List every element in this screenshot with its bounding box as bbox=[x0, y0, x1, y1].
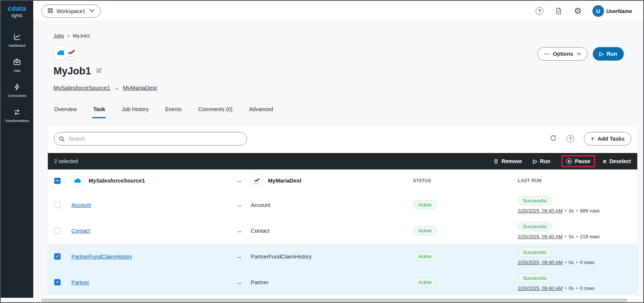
pause-icon bbox=[566, 158, 572, 164]
salesforce-icon bbox=[71, 175, 83, 187]
arrow-right-icon: → bbox=[236, 279, 251, 286]
tab-advanced[interactable]: Advanced bbox=[248, 106, 274, 118]
row-count: 219 rows bbox=[580, 234, 600, 239]
mariadb-label: MariaDB bbox=[68, 55, 74, 57]
scrollbar-thumb[interactable] bbox=[41, 299, 628, 302]
help-icon-small[interactable]: ? bbox=[567, 135, 574, 143]
dest-connection-link[interactable]: MyMariaDest bbox=[123, 85, 157, 91]
app-window: cdata sync Dashboard Jobs Connections bbox=[0, 0, 644, 303]
result-badge: Successful bbox=[518, 222, 552, 231]
last-run-details: 2/20/2025, 09:40 AM • 3s • 889 rows bbox=[518, 208, 631, 214]
workspace-selector[interactable]: Workspace1 bbox=[41, 4, 101, 18]
task-dest-name: Partner bbox=[251, 279, 413, 285]
task-source-link[interactable]: Partner bbox=[71, 279, 89, 285]
source-connection-name: MySalesforceSource1 bbox=[89, 178, 145, 184]
username-label: UserName bbox=[606, 8, 632, 14]
last-run-column-header: LAST RUN bbox=[518, 178, 631, 183]
trash-icon bbox=[493, 158, 499, 164]
sidebar: cdata sync Dashboard Jobs Connections bbox=[1, 1, 33, 302]
sidebar-item-dashboard[interactable]: Dashboard bbox=[9, 33, 25, 48]
arrow-right-icon: → bbox=[236, 227, 251, 235]
grid-icon bbox=[47, 8, 53, 15]
app-logo: cdata sync bbox=[8, 1, 27, 22]
duration: 3s bbox=[569, 208, 574, 214]
tab-events[interactable]: Events bbox=[164, 106, 182, 118]
source-connection-link[interactable]: MySalesforceSource1 bbox=[53, 85, 110, 91]
logo-cdata: cdata bbox=[8, 5, 27, 12]
arrow-right-icon: → bbox=[114, 85, 120, 91]
sidebar-item-jobs[interactable]: Jobs bbox=[13, 58, 21, 73]
row-count: 889 rows bbox=[580, 208, 600, 214]
plus-icon: + bbox=[591, 135, 595, 143]
swap-arrows-icon bbox=[13, 108, 21, 117]
toolbar-right: ? + Add Tasks bbox=[549, 132, 631, 146]
result-badge: Successful bbox=[518, 248, 552, 257]
task-dest-name: PartnerFundClaimHistory bbox=[251, 254, 413, 260]
document-icon[interactable] bbox=[554, 7, 563, 16]
options-button[interactable]: ⋯ Options bbox=[537, 47, 587, 61]
select-all-checkbox[interactable] bbox=[54, 178, 61, 184]
result-badge: Successful bbox=[518, 196, 552, 205]
breadcrumb-jobs-link[interactable]: Jobs bbox=[53, 33, 64, 39]
table-row: Account → Account Active Successful 2/20… bbox=[48, 192, 637, 218]
lightning-bolt-icon bbox=[13, 83, 21, 92]
play-icon: ▷ bbox=[600, 51, 604, 57]
arrow-right-icon: → bbox=[236, 201, 251, 209]
sidebar-item-connections[interactable]: Connections bbox=[7, 83, 26, 98]
task-dest-name: Account bbox=[251, 202, 413, 208]
task-source-link[interactable]: Account bbox=[71, 202, 91, 208]
remove-action[interactable]: Remove bbox=[493, 158, 522, 164]
refresh-icon[interactable] bbox=[549, 134, 557, 143]
task-source-link[interactable]: PartnerFundClaimHistory bbox=[71, 254, 132, 260]
user-menu[interactable]: U UserName bbox=[592, 5, 632, 17]
last-run-details: 2/20/2025, 09:40 AM • 0s • 0 rows bbox=[518, 260, 631, 265]
play-icon: ▷ bbox=[533, 158, 537, 165]
run-action[interactable]: ▷ Run bbox=[533, 158, 550, 165]
arrow-right-icon: → bbox=[236, 177, 251, 184]
dest-connection-name: MyMariaDest bbox=[268, 178, 301, 184]
last-run-time-link[interactable]: 2/20/2025, 09:40 AM bbox=[518, 234, 563, 239]
last-run-time-link[interactable]: 2/20/2025, 09:40 AM bbox=[518, 260, 563, 265]
status-badge: Active bbox=[413, 252, 437, 261]
search-box bbox=[54, 132, 247, 146]
tasks-toolbar: ? + Add Tasks bbox=[48, 126, 637, 146]
horizontal-scrollbar[interactable] bbox=[1, 298, 643, 302]
tab-overview[interactable]: Overview bbox=[53, 106, 77, 118]
search-input[interactable] bbox=[68, 136, 242, 142]
tasks-card: ? + Add Tasks 2 selected Remove bbox=[48, 126, 637, 302]
tab-task[interactable]: Task bbox=[92, 106, 106, 118]
deselect-action[interactable]: × Deselect bbox=[603, 158, 631, 165]
arrow-right-icon: → bbox=[236, 253, 251, 260]
row-checkbox[interactable] bbox=[54, 227, 61, 234]
row-checkbox[interactable]: ✓ bbox=[54, 279, 61, 285]
selected-count: 2 selected bbox=[54, 158, 78, 164]
last-run-time-link[interactable]: 2/20/2025, 09:40 AM bbox=[518, 208, 563, 214]
last-run-time-link[interactable]: 2/20/2025, 09:40 AM bbox=[518, 285, 563, 291]
row-checkbox[interactable]: ✓ bbox=[54, 253, 61, 260]
pause-action[interactable]: Pause bbox=[561, 155, 595, 167]
job-title-row: MyJob1 bbox=[53, 65, 637, 77]
avatar: U bbox=[592, 5, 604, 17]
table-header-row: MySalesforceSource1 → MariaDB MyMariaDes… bbox=[48, 169, 637, 192]
topbar: Workspace1 ? ⚙ U UserName bbox=[33, 1, 643, 22]
main-area: Workspace1 ? ⚙ U UserName bbox=[33, 1, 643, 302]
chevron-down-icon bbox=[89, 8, 95, 15]
topbar-right: ? ⚙ U UserName bbox=[535, 5, 632, 17]
task-source-link[interactable]: Contact bbox=[71, 228, 90, 234]
tab-job-history[interactable]: Job History bbox=[121, 106, 150, 118]
add-tasks-button[interactable]: + Add Tasks bbox=[584, 132, 631, 146]
workspace-label: Workspace1 bbox=[56, 8, 86, 14]
status-badge: Active bbox=[413, 278, 437, 287]
sidebar-item-transformations[interactable]: Transformations bbox=[5, 108, 29, 123]
run-job-button[interactable]: ▷ Run bbox=[593, 47, 624, 61]
gear-icon[interactable]: ⚙ bbox=[573, 7, 582, 16]
content: Jobs > MyJob1 ⋯ Options ▷ Run bbox=[33, 22, 643, 302]
last-run-details: 2/20/2025, 09:40 AM • 0s • 219 rows bbox=[518, 234, 631, 239]
duration: 0s bbox=[569, 285, 574, 291]
row-count: 0 rows bbox=[580, 260, 594, 265]
edit-pencil-icon[interactable] bbox=[96, 67, 102, 75]
row-checkbox[interactable] bbox=[54, 202, 61, 208]
tab-comments[interactable]: Comments (0) bbox=[197, 106, 233, 118]
page-title: MyJob1 bbox=[53, 65, 91, 77]
help-icon[interactable]: ? bbox=[535, 7, 544, 16]
